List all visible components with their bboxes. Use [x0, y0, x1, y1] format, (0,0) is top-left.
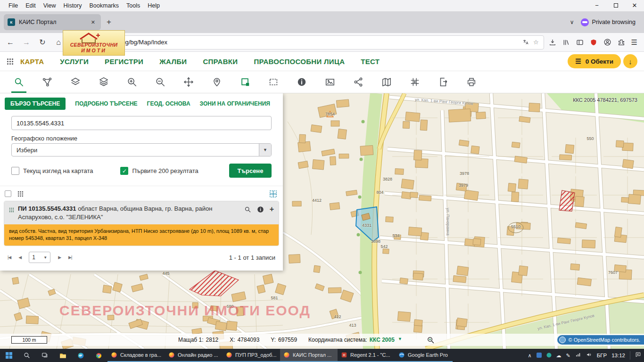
- clock[interactable]: 13:12: [611, 353, 625, 358]
- tray-pen-icon[interactable]: ✎: [566, 353, 570, 359]
- taskbar-window-4-active[interactable]: КАИС Портал ...: [280, 349, 338, 362]
- geo-position-select[interactable]: Избери ▼: [11, 143, 272, 156]
- tray-expand-icon[interactable]: ∧: [528, 353, 531, 359]
- select-all-results-checkbox[interactable]: [5, 190, 11, 197]
- result-zoom-icon[interactable]: [244, 206, 251, 215]
- select-area-tool-icon[interactable]: [231, 71, 259, 93]
- language-indicator[interactable]: БГР: [597, 353, 607, 358]
- layer-stack-tool-icon[interactable]: [90, 71, 118, 93]
- menu-view[interactable]: View: [40, 2, 60, 9]
- crs-selector[interactable]: ККС 2005: [370, 337, 395, 343]
- window-maximize-button[interactable]: [606, 0, 625, 11]
- layers-tool-icon[interactable]: [61, 71, 90, 93]
- taskbar-window-6[interactable]: Google Earth Pro: [395, 349, 453, 362]
- back-button[interactable]: ←: [5, 38, 16, 47]
- snap-network-tool-icon[interactable]: [33, 71, 61, 93]
- account-icon[interactable]: [603, 38, 611, 46]
- app-grid-icon[interactable]: [7, 58, 14, 65]
- statusbar-zoom-icon[interactable]: [427, 336, 435, 344]
- tray-cloud-icon[interactable]: ☁: [556, 353, 561, 359]
- crs-chevron-icon[interactable]: ▼: [398, 337, 402, 343]
- task-view-icon[interactable]: [36, 349, 54, 362]
- taskbar-window-1[interactable]: Складове в гра...: [107, 349, 165, 362]
- share-nodes-tool-icon[interactable]: [344, 71, 372, 93]
- first-200-checkbox[interactable]: ✓: [120, 167, 128, 175]
- tray-app-icon-1[interactable]: [537, 351, 542, 360]
- tab-geodetic-basis[interactable]: ГЕОД. ОСНОВА: [147, 100, 190, 107]
- taskbar-search-icon[interactable]: [18, 349, 36, 362]
- pan-tool-icon[interactable]: [174, 71, 203, 93]
- volume-icon[interactable]: [586, 351, 592, 360]
- menu-help[interactable]: Help: [144, 2, 164, 9]
- page-select[interactable]: 1 ▼: [29, 252, 50, 263]
- export-document-tool-icon[interactable]: [429, 71, 457, 93]
- grid-snap-tool-icon[interactable]: [401, 71, 429, 93]
- bookmark-star-icon[interactable]: ☆: [533, 39, 539, 46]
- file-explorer-icon[interactable]: [54, 349, 72, 362]
- show-grid-on-map-icon[interactable]: [269, 190, 277, 198]
- parcel-search-input[interactable]: [11, 116, 272, 130]
- search-tool-icon[interactable]: [5, 71, 33, 93]
- menu-tools[interactable]: Tools: [123, 2, 144, 9]
- start-button[interactable]: [0, 349, 18, 362]
- map-book-tool-icon[interactable]: [372, 71, 401, 93]
- list-all-tabs-icon[interactable]: ∨: [570, 19, 574, 25]
- next-page-button[interactable]: ▶: [58, 255, 61, 260]
- objects-counter-pill[interactable]: ☰ 0 Обекти: [568, 54, 621, 68]
- select-arrow-icon[interactable]: ▼: [259, 144, 271, 156]
- chrome-icon[interactable]: [90, 349, 107, 362]
- search-button[interactable]: Търсене: [229, 164, 272, 178]
- menu-edit[interactable]: Edit: [22, 2, 40, 9]
- menu-bookmarks[interactable]: Bookmarks: [85, 2, 123, 9]
- nav-item-pravosposobni[interactable]: ПРАВОСПОСОБНИ ЛИЦА: [254, 58, 345, 66]
- extensions-puzzle-icon[interactable]: [618, 39, 625, 46]
- nav-item-test[interactable]: ТЕСТ: [361, 58, 380, 66]
- action-center-icon[interactable]: [635, 351, 641, 360]
- tab-close-icon[interactable]: ✕: [89, 18, 97, 26]
- library-icon[interactable]: [562, 39, 570, 46]
- map-area[interactable]: 7854550397839793828804441243315345510389…: [0, 93, 644, 349]
- nav-item-registri[interactable]: РЕГИСТРИ: [105, 58, 143, 66]
- nav-item-spravki[interactable]: СПРАВКИ: [203, 58, 238, 66]
- forward-button[interactable]: →: [21, 38, 32, 47]
- result-card[interactable]: ПИ 10135.5545.4331 област Варна, община …: [4, 201, 279, 246]
- reload-button[interactable]: ↻: [37, 38, 48, 47]
- ublock-extension-icon[interactable]: [590, 39, 597, 46]
- nav-item-uslugi[interactable]: УСЛУГИ: [60, 58, 89, 66]
- result-info-icon[interactable]: [257, 206, 264, 215]
- osm-attribution[interactable]: © OpenStreetMap contributors.: [557, 335, 644, 345]
- window-close-button[interactable]: ✕: [625, 0, 644, 11]
- nav-item-zhalbi[interactable]: ЖАЛБИ: [159, 58, 187, 66]
- tab-restriction-zones[interactable]: ЗОНИ НА ОГРАНИЧЕНИЯ: [200, 100, 270, 107]
- taskbar-window-5[interactable]: R Regent 2.1 - "С...: [338, 349, 395, 362]
- edge-icon[interactable]: [72, 349, 90, 362]
- zoom-out-tool-icon[interactable]: [146, 71, 174, 93]
- menu-history[interactable]: History: [60, 2, 86, 9]
- tab-quick-search[interactable]: БЪРЗО ТЪРСЕНЕ: [5, 98, 66, 110]
- last-page-button[interactable]: ▶|: [68, 255, 72, 260]
- info-tool-icon[interactable]: [288, 71, 316, 93]
- result-add-icon[interactable]: +: [270, 206, 274, 213]
- menu-file[interactable]: File: [5, 2, 22, 9]
- taskbar-window-3[interactable]: ПУП ПРЗ_одоб...: [223, 349, 280, 362]
- screenshot-tool-icon[interactable]: [316, 71, 344, 93]
- locate-pin-tool-icon[interactable]: [203, 71, 231, 93]
- tray-app-icon-2[interactable]: [546, 351, 552, 360]
- tab-detailed-search[interactable]: ПОДРОБНО ТЪРСЕНЕ: [75, 100, 137, 107]
- new-tab-button[interactable]: +: [101, 17, 117, 27]
- window-minimize-button[interactable]: −: [587, 0, 606, 11]
- url-bar[interactable]: kais.cadastre.bg/bg/Map/Index ☆: [69, 35, 544, 49]
- prev-page-button[interactable]: ◀: [18, 255, 21, 260]
- objects-download-button[interactable]: ↓: [623, 54, 637, 68]
- sidebar-icon[interactable]: [576, 39, 584, 46]
- zoom-in-tool-icon[interactable]: [118, 71, 146, 93]
- first-page-button[interactable]: |◀: [8, 255, 11, 260]
- app-menu-icon[interactable]: ☰: [631, 38, 637, 47]
- select-rectangle-tool-icon[interactable]: [259, 71, 288, 93]
- downloads-icon[interactable]: [549, 39, 556, 46]
- taskbar-window-2[interactable]: Онлайн радио ...: [165, 349, 223, 362]
- nav-item-karta[interactable]: КАРТА: [20, 58, 44, 66]
- browser-tab-kais[interactable]: К КАИС Портал ✕: [4, 14, 101, 30]
- network-icon[interactable]: [575, 351, 581, 360]
- print-tool-icon[interactable]: [457, 71, 486, 93]
